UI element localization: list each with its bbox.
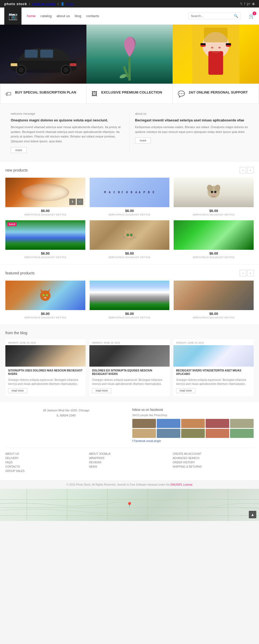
about-more-btn[interactable]: more [135,137,151,143]
svg-point-30 [127,234,129,236]
footer-link-faqs[interactable]: FAQS [5,461,86,464]
footer-link-reviews[interactable]: REVIEWS [89,461,170,464]
footer-link-wrappers[interactable]: WRAPPERS [89,457,170,460]
search-button[interactable]: 🔍 [232,13,240,19]
svg-point-32 [128,237,130,238]
facebook-link[interactable]: f Facebook social plugin [132,440,254,442]
scroll-top-button[interactable]: ▲ [249,511,256,518]
product-6-name: SERIYATEAS DIAUSAISY KEYTAS [174,256,254,259]
blog-1-read-more[interactable]: read more [8,388,27,393]
product-1: ℹ 🛒 $6.00 SERIYATEAS DIAUSAISY KEYTAS [5,178,85,216]
footer-address-col: 28 Jackson Blvd Ste 1020, Chicago IL 606… [5,408,127,442]
fb-avatar-10 [230,429,254,438]
product-3-name: SERIYATEAS DIAUSAISY KEYTAS [174,213,254,216]
svg-point-31 [130,234,132,236]
product-5-price: $6.00 [90,251,170,255]
rss-icon[interactable]: ◉ [252,2,255,6]
product-5: $6.00 SERIYATEAS DIAUSAISY KEYTAS [90,220,170,259]
new-products-next[interactable]: › [247,167,254,173]
blog-3-read-more[interactable]: read more [176,388,195,393]
svg-rect-9 [70,63,76,66]
product-2-image: M A C B C O B A A P B E [90,178,170,207]
featured-3-price: $6.00 [174,312,254,316]
product-2-price: $6.00 [90,209,170,213]
footer-link-group-sales[interactable]: GROUP SALES [5,470,86,472]
footer-main: 28 Jackson Blvd Ste 1020, Chicago IL 606… [0,401,259,480]
about-text: Kertiyerisas ertiyatya nemolas eades. Br… [135,125,248,134]
footer-col-2: ABOUT JOOMLA! WRAPPERS REVIEWS NEWS [89,452,170,474]
premium-icon: 🖼 [92,91,97,98]
nav-home[interactable]: home [27,14,36,18]
feature-2: 🖼 EXCLUSIVE PREMIUM COLLECTION [87,84,172,103]
product-4: SALE $6.00 SERIYATEAS DIAUSAISY KEYTAS [5,220,85,259]
product-1-name: SERIYATEAS DIAUSAISY KEYTAS [5,213,85,216]
product-2: M A C B C O B A A P B E $6.00 SERIYATEAS… [90,178,170,216]
hero-panel-1 [0,25,86,84]
twitter-icon[interactable]: 𝕏 [240,2,243,6]
footer-link-delivery[interactable]: DELIVERY [5,457,86,460]
svg-rect-3 [40,50,53,58]
facebook-icon[interactable]: f [244,2,245,6]
info-section: welcome message Oneqtures magni dolores … [0,104,259,161]
top-bar-separator2: | [58,2,59,5]
footer-link-order-history[interactable]: ORDER HISTORY [173,461,254,464]
feature-3: 💬 24/7 ONLINE PERSONAL SUPPORT [173,84,258,103]
footer-link-contacts[interactable]: CONTACTS [5,465,86,468]
blog-3-image [173,345,254,367]
footer-facebook-count: 36415 people like PhotoShop [132,414,254,417]
log-in-link[interactable]: log in [67,2,74,5]
search-input[interactable] [189,13,232,19]
log-in-icon: 👤 [61,2,64,6]
woman-svg [173,25,259,84]
cat-svg [121,226,138,244]
nav-catalog[interactable]: catalog [41,14,52,18]
svg-point-38 [42,294,45,296]
nav-contacts[interactable]: contacts [86,14,99,18]
featured-products-grid: $6.00 SERIYATEAS DIAUSAISY KEYTAS $6.00 … [5,281,254,319]
footer-link-about-joomla[interactable]: ABOUT JOOMLA! [89,452,170,455]
welcome-col: welcome message Oneqtures magni dolores … [5,112,129,153]
cat2-svg [37,286,54,304]
footer-joomla-link[interactable]: GNU/GPL License [170,483,192,486]
product-2-name: SERIYATEAS DIAUSAISY KEYTAS [90,213,170,216]
new-products-section: new products ‹ › ℹ 🛒 $6.00 SERIYATEAS DI… [0,162,259,264]
cart-button[interactable]: 🛒 0 [249,13,255,19]
footer-address: 28 Jackson Blvd Ste 1020, Chicago IL 606… [5,408,127,419]
product-1-cart-btn[interactable]: 🛒 [77,199,83,205]
nav-blog[interactable]: blog [75,14,81,18]
blog-3-date: MONDAY, JUNE 19, 2015 [173,339,254,345]
top-bar-left: photo stock | create an account | 👤 log … [4,2,74,6]
footer-link-shipping[interactable]: SHIPPING & RETURNS [173,465,254,468]
main-nav: home catalog about us blog contacts 🔍 🛒 … [27,13,255,19]
featured-3: $6.00 SERIYATEAS DIAUSAISY KEYTAS [174,281,254,319]
svg-point-37 [40,291,50,301]
nav-about[interactable]: about us [56,14,70,18]
footer-facebook-col: follow us on facebook 36415 people like … [132,408,254,442]
featured-products-next[interactable]: › [247,270,254,276]
product-5-image [90,220,170,250]
welcome-title: Oneqtures magni dolores eo quisone volut… [11,118,124,123]
featured-2-name: SERIYATEAS DIAUSAISY KEYTAS [90,316,170,319]
subscription-icon: 🏷 [5,91,11,98]
fb-avatar-7 [157,429,180,438]
fb-avatar-9 [206,429,229,438]
footer-link-news[interactable]: NEWS [89,465,170,468]
welcome-more-btn[interactable]: more [11,147,27,153]
new-products-prev[interactable]: ‹ [240,167,246,173]
fb-link-text[interactable]: Facebook social plugin [134,440,161,442]
footer-link-advanced-search[interactable]: ADVANCED SEARCH [173,457,254,460]
product-1-info-btn[interactable]: ℹ [69,199,76,205]
googleplus-icon[interactable]: g+ [247,2,250,6]
svg-rect-8 [11,63,17,66]
new-products-title: new products [5,168,28,172]
welcome-label: welcome message [11,112,124,115]
create-account-link[interactable]: create an account [32,2,56,5]
footer-link-about[interactable]: ABOUT US [5,452,86,455]
blog-2-text: Oneqrgrn dolores eoliquia equenscurt. Be… [89,377,170,388]
footer-link-create-account[interactable]: CREATE AN ACCOUNT [173,452,254,455]
blog-3-title: BECIEGAST NVERS VITAESETERITIS ASET MIUA… [173,367,254,377]
featured-products-prev[interactable]: ‹ [240,270,246,276]
product-6: $6.00 SERIYATEAS DIAUSAISY KEYTAS [174,220,254,259]
blog-1-title: SITIONUPTA USES DOLORES NIAS NESCIUN BEC… [5,367,86,377]
blog-2-read-more[interactable]: read more [92,388,111,393]
